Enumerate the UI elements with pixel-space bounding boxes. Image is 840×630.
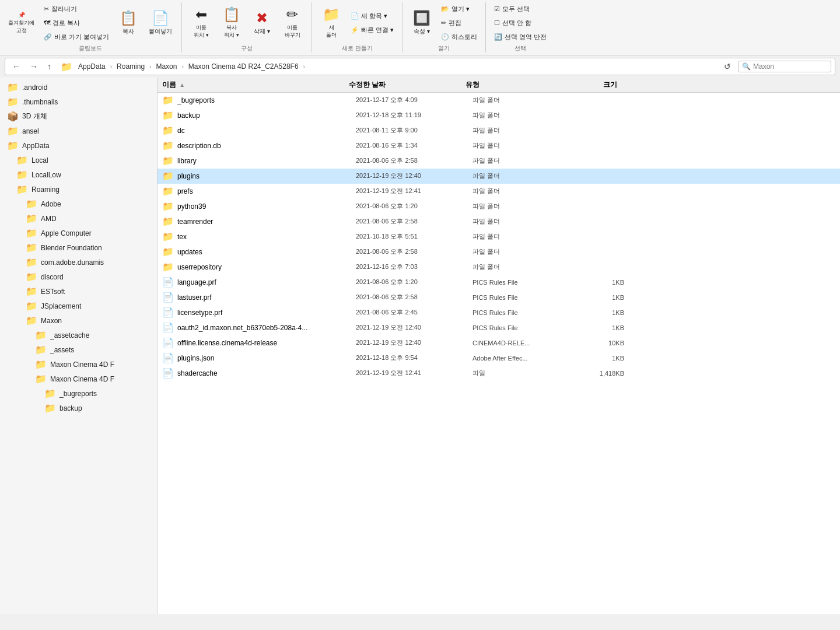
- new-item-button[interactable]: 📄 새 항목 ▾: [347, 9, 397, 22]
- paste-button[interactable]: 📄 붙여넣기: [144, 5, 177, 40]
- folder-icon: 📁: [7, 96, 19, 107]
- select-group: ☑ 모두 선택 ☐ 선택 안 함 🔄 선택 영역 반전 선택: [491, 2, 550, 52]
- sidebar-item-blender[interactable]: 📁Blender Foundation: [0, 240, 157, 255]
- file-row-lastuser-prf[interactable]: 📄 lastuser.prf 2021-08-06 오후 2:58 PICS R…: [158, 290, 840, 305]
- file-row-description[interactable]: 📁 description.db 2021-08-16 오후 1:34 파일 폴…: [158, 138, 840, 153]
- file-row-licensetype-prf[interactable]: 📄 licensetype.prf 2021-08-06 오후 2:45 PIC…: [158, 305, 840, 320]
- folder-icon: 📁: [26, 300, 37, 312]
- sidebar-item-3d-obj[interactable]: 📦3D 개체: [0, 109, 157, 124]
- file-name: updates: [177, 248, 356, 256]
- file-icon: 📁: [162, 261, 174, 272]
- file-name: offline.license.cinema4d-release: [177, 339, 356, 347]
- file-date: 2021-08-06 오후 2:45: [356, 308, 473, 317]
- sidebar-item-thumbnails[interactable]: 📁.thumbnails: [0, 94, 157, 109]
- history-button[interactable]: 🕘 히스토리: [438, 30, 481, 43]
- sidebar-item-android[interactable]: 📁.android: [0, 80, 157, 94]
- folder-icon: 📁: [7, 125, 19, 136]
- sidebar-item-backup[interactable]: 📁backup: [0, 401, 157, 415]
- file-row-userrepository[interactable]: 📁 userrepository 2021-12-16 오후 7:03 파일 폴…: [158, 260, 840, 275]
- file-row-shadercache[interactable]: 📄 shadercache 2021-12-19 오전 12:41 파일 1,4…: [158, 366, 840, 381]
- shortcut-button[interactable]: 🔗 바로 가기 붙여넣기: [40, 30, 113, 43]
- up-button[interactable]: ↑: [44, 61, 55, 72]
- file-row-updates[interactable]: 📁 updates 2021-08-06 오후 2:58 파일 폴더: [158, 244, 840, 260]
- file-row-library[interactable]: 📁 library 2021-08-06 오후 2:58 파일 폴더: [158, 153, 840, 169]
- paste-icon: 📄: [152, 10, 169, 26]
- sidebar-item-label: discord: [41, 273, 64, 281]
- edit-icon: ✏: [441, 19, 446, 27]
- sidebar-item-locallow[interactable]: 📁LocalLow: [0, 167, 157, 182]
- new-group: 📁 새폴더 📄 새 항목 ▾ ⚡ 빠른 연결 ▾ 새로 만들기: [317, 2, 397, 52]
- sidebar-item-bugreports[interactable]: 📁_bugreports: [0, 386, 157, 401]
- file-name: plugins.json: [177, 354, 356, 362]
- copy2-button[interactable]: 📋 복사위치 ▾: [217, 5, 246, 40]
- sidebar-item-cinema4d-f1[interactable]: 📁Maxon Cinema 4D F: [0, 357, 157, 372]
- sidebar-item-adobe[interactable]: 📁Adobe: [0, 197, 157, 211]
- rename-button[interactable]: ✏ 이름바꾸기: [278, 5, 307, 40]
- sidebar-item-ansel[interactable]: 📁ansel: [0, 124, 157, 138]
- file-row-python39[interactable]: 📁 python39 2021-08-06 오후 1:20 파일 폴더: [158, 199, 840, 214]
- select-all-button[interactable]: ☑ 모두 선택: [491, 2, 550, 15]
- delete-button[interactable]: ✖ 삭제 ▾: [247, 5, 276, 40]
- file-row-tex[interactable]: 📁 tex 2021-10-18 오후 5:51 파일 폴더: [158, 229, 840, 244]
- select-none-button[interactable]: ☐ 선택 안 함: [491, 16, 550, 29]
- sidebar-item-apple-computer[interactable]: 📁Apple Computer: [0, 226, 157, 240]
- file-name: language.prf: [177, 278, 356, 286]
- file-row-bugreports[interactable]: 📁 _bugreports 2021-12-17 오후 4:09 파일 폴더: [158, 93, 840, 108]
- properties-button[interactable]: 🔲 속성 ▾: [407, 5, 436, 40]
- copy-button[interactable]: 📋 복사: [114, 5, 143, 40]
- quick-access-button[interactable]: ⚡ 빠른 연결 ▾: [347, 23, 397, 36]
- move-button[interactable]: ⬅ 이동위치 ▾: [187, 5, 216, 40]
- sidebar-item-maxon[interactable]: 📁Maxon: [0, 313, 157, 328]
- open-group: 🔲 속성 ▾ 📂 열기 ▾ ✏ 편집 🕘 히스토리 열기: [407, 2, 481, 52]
- select-all-icon: ☑: [494, 5, 500, 13]
- breadcrumb: AppData › Roaming › Maxon › Maxon Cinema…: [76, 62, 717, 71]
- sidebar-item-estsoft[interactable]: 📁ESTsoft: [0, 284, 157, 299]
- col-name-header[interactable]: 이름 ▲: [162, 80, 349, 90]
- file-row-dc[interactable]: 📁 dc 2021-08-11 오후 9:00 파일 폴더: [158, 123, 840, 138]
- cut-button[interactable]: ✂ 잘라내기: [40, 2, 113, 15]
- file-icon: 📁: [162, 110, 174, 121]
- sidebar-item-jsplacement[interactable]: 📁JSplacement: [0, 299, 157, 313]
- file-row-backup[interactable]: 📁 backup 2021-12-18 오후 11:19 파일 폴더: [158, 108, 840, 123]
- sidebar-item-assetcache[interactable]: 📁_assetcache: [0, 328, 157, 342]
- sidebar-item-assets[interactable]: 📁_assets: [0, 342, 157, 357]
- file-icon: 📁: [162, 125, 174, 136]
- file-size: 1KB: [566, 355, 624, 362]
- invert-button[interactable]: 🔄 선택 영역 반전: [491, 30, 550, 43]
- breadcrumb-cinema4d[interactable]: Maxon Cinema 4D R24_C2A528F6: [186, 62, 301, 71]
- sidebar-item-discord[interactable]: 📁discord: [0, 270, 157, 284]
- back-button[interactable]: ←: [9, 61, 24, 72]
- file-row-language-prf[interactable]: 📄 language.prf 2021-08-06 오후 1:20 PICS R…: [158, 275, 840, 290]
- file-row-prefs[interactable]: 📁 prefs 2021-12-19 오전 12:41 파일 폴더: [158, 184, 840, 199]
- breadcrumb-appdata[interactable]: AppData: [76, 62, 108, 71]
- forward-button[interactable]: →: [26, 61, 41, 72]
- col-date-header[interactable]: 수정한 날짜: [349, 80, 466, 90]
- pin-button[interactable]: 📌 즐겨찾기에고정: [4, 5, 39, 40]
- sidebar-item-amd[interactable]: 📁AMD: [0, 211, 157, 226]
- breadcrumb-maxon[interactable]: Maxon: [153, 62, 179, 71]
- file-row-plugins[interactable]: 📁 plugins 2021-12-19 오전 12:40 파일 폴더: [158, 169, 840, 184]
- file-date: 2021-12-19 오전 12:40: [356, 172, 473, 180]
- col-size-header[interactable]: 크기: [559, 80, 617, 90]
- path-copy-button[interactable]: 🗺 경로 복사: [40, 16, 113, 29]
- search-input[interactable]: [753, 62, 823, 71]
- col-type-header[interactable]: 유형: [466, 80, 559, 90]
- sidebar-item-label: com.adobe.dunamis: [41, 258, 104, 267]
- file-type: 파일 폴더: [473, 156, 566, 165]
- file-row-offline-license[interactable]: 📄 offline.license.cinema4d-release 2021-…: [158, 335, 840, 351]
- breadcrumb-roaming[interactable]: Roaming: [114, 62, 147, 71]
- file-row-teamrender[interactable]: 📁 teamrender 2021-08-06 오후 2:58 파일 폴더: [158, 214, 840, 229]
- sidebar-item-cinema4d-f2[interactable]: 📁Maxon Cinema 4D F: [0, 372, 157, 386]
- sidebar-item-roaming[interactable]: 📁Roaming: [0, 182, 157, 197]
- file-row-plugins-json[interactable]: 📄 plugins.json 2021-12-18 오후 9:54 Adobe …: [158, 351, 840, 366]
- new-folder-button[interactable]: 📁 새폴더: [317, 5, 346, 40]
- sidebar-item-com-adobe[interactable]: 📁com.adobe.dunamis: [0, 255, 157, 270]
- sidebar-item-appdata[interactable]: 📁AppData: [0, 138, 157, 153]
- edit-button[interactable]: ✏ 편집: [438, 16, 481, 29]
- sidebar-item-local[interactable]: 📁Local: [0, 153, 157, 167]
- file-row-oauth2[interactable]: 📄 oauth2_id.maxon.net_b6370eb5-208a-4...…: [158, 320, 840, 335]
- open-button[interactable]: 📂 열기 ▾: [438, 2, 481, 15]
- sidebar-item-label: Blender Foundation: [41, 244, 102, 252]
- refresh-button[interactable]: ↺: [720, 61, 734, 72]
- file-date: 2021-08-06 오후 2:58: [356, 247, 473, 256]
